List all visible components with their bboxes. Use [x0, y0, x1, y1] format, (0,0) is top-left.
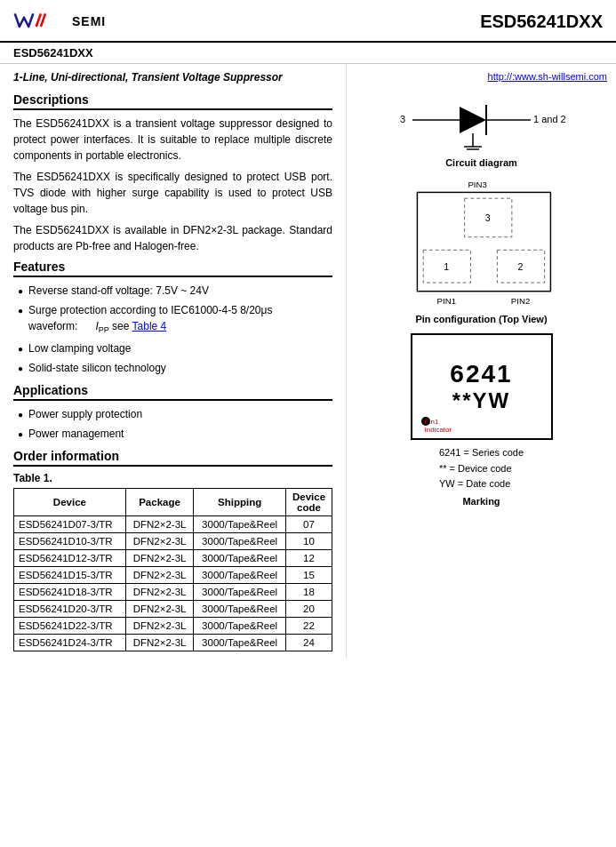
table-cell: ESD56241D18-3/TR [14, 583, 126, 600]
svg-text:PIN2: PIN2 [510, 296, 529, 306]
table-cell: DFN2×2-3L [125, 634, 193, 651]
order-info-heading: Order information [13, 449, 332, 467]
marking-desc-2: ** = Device code [439, 461, 524, 477]
table-row: ESD56241D10-3/TRDFN2×2-3L3000/Tape&Reel1… [14, 532, 332, 549]
main-content: 1-Line, Uni-directional, Transient Volta… [0, 64, 616, 659]
svg-line-0 [36, 13, 41, 27]
table-label: Table 1. [13, 472, 332, 484]
table-cell: ESD56241D15-3/TR [14, 566, 126, 583]
table-cell: DFN2×2-3L [125, 566, 193, 583]
table-cell: ESD56241D10-3/TR [14, 532, 126, 549]
svg-text:1 and 2: 1 and 2 [533, 114, 566, 124]
feature-item-4: Solid-state silicon technology [18, 360, 332, 376]
svg-text:PIN1: PIN1 [436, 296, 455, 306]
table-row: ESD56241D22-3/TRDFN2×2-3L3000/Tape&Reel2… [14, 617, 332, 634]
col-device-code: Devicecode [286, 488, 332, 515]
application-item-1-text: Power supply protection [28, 406, 142, 422]
table-row: ESD56241D20-3/TRDFN2×2-3L3000/Tape&Reel2… [14, 600, 332, 617]
table-cell: 3000/Tape&Reel [194, 583, 286, 600]
marking-device: **YW [452, 388, 510, 413]
table-row: ESD56241D12-3/TRDFN2×2-3L3000/Tape&Reel1… [14, 549, 332, 566]
table-cell: 24 [286, 634, 332, 651]
table-cell: 18 [286, 583, 332, 600]
desc-para-1: The ESD56241DXX is a transient voltage s… [13, 116, 332, 164]
svg-text:2: 2 [517, 261, 523, 272]
pin1-indicator-label: Pin1Indicator [425, 419, 452, 435]
applications-list: Power supply protection Power management [13, 406, 332, 442]
table-cell: 12 [286, 549, 332, 566]
table-cell: 07 [286, 515, 332, 532]
left-column: 1-Line, Uni-directional, Transient Volta… [0, 64, 347, 659]
features-heading: Features [13, 260, 332, 277]
svg-text:PIN3: PIN3 [468, 180, 486, 189]
marking-label: Marking [462, 496, 500, 507]
table-row: ESD56241D18-3/TRDFN2×2-3L3000/Tape&Reel1… [14, 583, 332, 600]
table-cell: 3000/Tape&Reel [194, 617, 286, 634]
desc-para-3: The ESD56241DXX is available in DFN2×2-3… [13, 222, 332, 254]
website-link[interactable]: http://:www.sh-willsemi.com [356, 71, 607, 82]
order-table: Device Package Shipping Devicecode ESD56… [13, 488, 332, 651]
desc-para-2: The ESD56241DXX is specifically designed… [13, 169, 332, 217]
table-cell: DFN2×2-3L [125, 549, 193, 566]
marking-box: 6241 **YW Pin1Indicator [411, 333, 553, 440]
descriptions-heading: Descriptions [13, 92, 332, 110]
table-cell: 3000/Tape&Reel [194, 549, 286, 566]
application-item-1: Power supply protection [18, 406, 332, 422]
table-cell: 3000/Tape&Reel [194, 566, 286, 583]
svg-marker-4 [460, 107, 486, 133]
table-cell: 3000/Tape&Reel [194, 515, 286, 532]
pin-config-label: Pin configuration (Top View) [415, 314, 547, 324]
circuit-diagram-label: Circuit diagram [445, 157, 517, 168]
marking-code: 6241 [450, 360, 512, 388]
feature-item-2: Surge protection according to IEC61000-4… [18, 302, 332, 337]
page: SEMI ESD56241DXX ESD56241DXX 1-Line, Uni… [0, 0, 616, 847]
circuit-svg-wrap: 3 1 and 2 [393, 89, 571, 154]
table-row: ESD56241D07-3/TRDFN2×2-3L3000/Tape&Reel0… [14, 515, 332, 532]
application-item-2: Power management [18, 426, 332, 442]
feature-item-1-text: Reverse stand-off voltage: 7.5V ~ 24V [28, 283, 209, 299]
table-row: ESD56241D15-3/TRDFN2×2-3L3000/Tape&Reel1… [14, 566, 332, 583]
logo: SEMI [13, 9, 106, 34]
pin-config-svg: PIN3 3 1 2 PIN1 [393, 177, 571, 310]
table-cell: DFN2×2-3L [125, 617, 193, 634]
col-shipping: Shipping [194, 488, 286, 515]
col-package: Package [125, 488, 193, 515]
col-device: Device [14, 488, 126, 515]
right-column: http://:www.sh-willsemi.com 3 [347, 64, 616, 659]
table-cell: 3000/Tape&Reel [194, 600, 286, 617]
svg-text:3: 3 [484, 212, 490, 223]
table4-link[interactable]: Table 4 [132, 320, 167, 332]
table-cell: DFN2×2-3L [125, 532, 193, 549]
feature-item-3: Low clamping voltage [18, 340, 332, 356]
svg-rect-12 [417, 192, 550, 291]
table-row: ESD56241D24-3/TRDFN2×2-3L3000/Tape&Reel2… [14, 634, 332, 651]
feature-item-4-text: Solid-state silicon technology [28, 360, 166, 376]
feature-item-2-text: Surge protection according to IEC61000-4… [28, 302, 332, 337]
table-cell: ESD56241D20-3/TR [14, 600, 126, 617]
table-cell: DFN2×2-3L [125, 600, 193, 617]
subheader: ESD56241DXX [0, 43, 616, 64]
table-cell: 20 [286, 600, 332, 617]
table-cell: 3000/Tape&Reel [194, 634, 286, 651]
table-cell: DFN2×2-3L [125, 515, 193, 532]
subtitle: 1-Line, Uni-directional, Transient Volta… [13, 71, 332, 84]
applications-heading: Applications [13, 383, 332, 401]
features-list: Reverse stand-off voltage: 7.5V ~ 24V Su… [13, 283, 332, 376]
logo-text: SEMI [72, 14, 106, 28]
application-item-2-text: Power management [28, 426, 124, 442]
table-cell: 10 [286, 532, 332, 549]
marking-container: 6241 **YW Pin1Indicator 6241 = Series co… [356, 333, 607, 507]
table-cell: ESD56241D12-3/TR [14, 549, 126, 566]
pin-config-container: PIN3 3 1 2 PIN1 [356, 177, 607, 324]
feature-item-3-text: Low clamping voltage [28, 340, 131, 356]
marking-desc-3: YW = Date code [439, 476, 524, 492]
svg-line-1 [41, 13, 45, 27]
header: SEMI ESD56241DXX [0, 0, 616, 43]
feature-item-1: Reverse stand-off voltage: 7.5V ~ 24V [18, 283, 332, 299]
circuit-diagram-container: 3 1 and 2 [356, 89, 607, 168]
svg-text:1: 1 [444, 261, 449, 272]
svg-text:3: 3 [400, 114, 405, 124]
table-cell: ESD56241D07-3/TR [14, 515, 126, 532]
marking-descriptions: 6241 = Series code ** = Device code YW =… [439, 445, 524, 492]
table-cell: DFN2×2-3L [125, 583, 193, 600]
